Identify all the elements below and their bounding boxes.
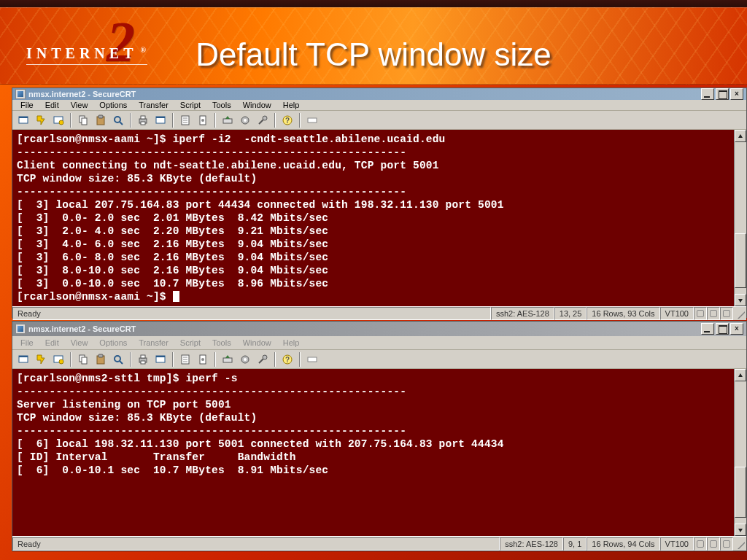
status-led-icon — [707, 537, 720, 551]
transfer-icon[interactable] — [220, 112, 236, 128]
status-ready: Ready — [12, 307, 491, 320]
find-icon[interactable] — [110, 112, 126, 128]
tools-icon[interactable] — [255, 351, 271, 368]
svg-rect-15 — [156, 117, 165, 118]
copy-icon[interactable] — [75, 112, 91, 128]
svg-point-4 — [59, 120, 63, 125]
menu-script[interactable]: Script — [175, 338, 206, 348]
paste-icon[interactable] — [93, 351, 109, 368]
svg-point-25 — [244, 119, 247, 122]
copy-icon[interactable] — [75, 351, 91, 368]
gear-icon[interactable] — [237, 351, 253, 368]
status-ready: Ready — [12, 537, 500, 551]
svg-point-9 — [115, 117, 120, 122]
svg-rect-48 — [156, 356, 165, 357]
print-icon[interactable] — [135, 112, 151, 128]
scroll-up-icon[interactable] — [735, 130, 746, 142]
help-icon[interactable]: ? — [279, 351, 295, 368]
status-led-icon — [694, 537, 707, 551]
properties-icon[interactable] — [177, 351, 193, 368]
svg-rect-45 — [141, 355, 145, 358]
connect-icon[interactable] — [15, 112, 31, 128]
resize-grip-icon[interactable] — [733, 537, 746, 551]
terminal-output[interactable]: [rcarlson@nmsx-aami ~]$ iperf -i2 -cndt-… — [12, 130, 734, 306]
connect-icon[interactable] — [15, 351, 31, 368]
minimize-button[interactable] — [701, 323, 714, 335]
scroll-track[interactable] — [735, 142, 746, 294]
scrollbar[interactable] — [734, 369, 746, 536]
svg-rect-22 — [223, 119, 232, 123]
quick-connect-icon[interactable] — [33, 112, 49, 128]
menu-transfer[interactable]: Transfer — [133, 100, 174, 110]
svg-line-10 — [120, 122, 123, 125]
print-icon[interactable] — [135, 351, 151, 368]
status-led-icon — [720, 537, 733, 551]
toggle-icon[interactable] — [304, 112, 320, 128]
menu-edit[interactable]: Edit — [40, 100, 64, 110]
status-term: VT100 — [660, 307, 694, 320]
paste-icon[interactable] — [93, 112, 109, 128]
scroll-thumb[interactable] — [735, 467, 746, 518]
svg-rect-39 — [82, 357, 87, 364]
svg-rect-30 — [308, 118, 317, 122]
help-icon[interactable]: ? — [279, 112, 295, 128]
svg-point-60 — [263, 355, 267, 359]
menu-view[interactable]: View — [66, 338, 93, 348]
reconnect-icon[interactable] — [50, 351, 66, 368]
quick-connect-icon[interactable] — [33, 351, 49, 368]
menu-view[interactable]: View — [66, 100, 93, 110]
svg-point-54 — [201, 358, 204, 361]
titlebar[interactable]: nmsx.internet2 - SecureCRT × — [12, 322, 746, 336]
menu-help[interactable]: Help — [278, 338, 305, 348]
scroll-track[interactable] — [735, 381, 746, 524]
transfer-icon[interactable] — [220, 351, 236, 368]
scroll-down-icon[interactable] — [735, 294, 746, 306]
menu-window[interactable]: Window — [238, 100, 276, 110]
scroll-up-icon[interactable] — [735, 369, 746, 381]
app-icon — [15, 89, 26, 99]
close-button[interactable]: × — [730, 323, 743, 335]
menu-tools[interactable]: Tools — [207, 338, 236, 348]
status-led-icon — [707, 307, 720, 320]
status-term: VT100 — [660, 537, 694, 551]
resize-grip-icon[interactable] — [733, 307, 746, 320]
find-icon[interactable] — [110, 351, 126, 368]
menu-transfer[interactable]: Transfer — [133, 338, 174, 348]
app-icon — [15, 324, 26, 334]
menu-script[interactable]: Script — [175, 100, 206, 110]
settings-icon[interactable] — [195, 351, 211, 368]
toggle-icon[interactable] — [304, 351, 320, 368]
scroll-thumb[interactable] — [735, 233, 746, 288]
titlebar[interactable]: nmsx.internet2 - SecureCRT × — [12, 88, 746, 100]
menu-tools[interactable]: Tools — [207, 100, 236, 110]
settings-icon[interactable] — [195, 112, 211, 128]
status-ssh: ssh2: AES-128 — [491, 307, 554, 320]
new-session-icon[interactable] — [152, 112, 169, 128]
menu-options[interactable]: Options — [94, 338, 132, 348]
gear-icon[interactable] — [237, 112, 253, 128]
maximize-button[interactable] — [716, 323, 729, 335]
new-session-icon[interactable] — [152, 351, 169, 368]
scroll-down-icon[interactable] — [735, 524, 746, 536]
menu-options[interactable]: Options — [94, 100, 132, 110]
close-button[interactable]: × — [730, 88, 743, 100]
svg-point-27 — [263, 116, 267, 120]
reconnect-icon[interactable] — [50, 112, 66, 128]
menu-edit[interactable]: Edit — [40, 338, 64, 348]
scrollbar[interactable] — [734, 130, 746, 306]
menu-window[interactable]: Window — [238, 338, 276, 348]
menubar: File Edit View Options Transfer Script T… — [12, 336, 746, 350]
menu-help[interactable]: Help — [278, 100, 305, 110]
minimize-button[interactable] — [701, 88, 714, 100]
properties-icon[interactable] — [177, 112, 193, 128]
tools-icon[interactable] — [255, 112, 271, 128]
svg-marker-35 — [37, 355, 44, 364]
menu-file[interactable]: File — [15, 338, 39, 348]
slide-title: Default TCP window size — [0, 36, 747, 73]
maximize-button[interactable] — [716, 88, 729, 100]
svg-marker-2 — [37, 116, 44, 125]
svg-rect-55 — [223, 358, 232, 362]
menu-file[interactable]: File — [15, 100, 39, 110]
terminal-output[interactable]: [rcarlson@nms2-sttl tmp]$ iperf -s -----… — [12, 369, 734, 536]
svg-point-21 — [201, 119, 204, 122]
